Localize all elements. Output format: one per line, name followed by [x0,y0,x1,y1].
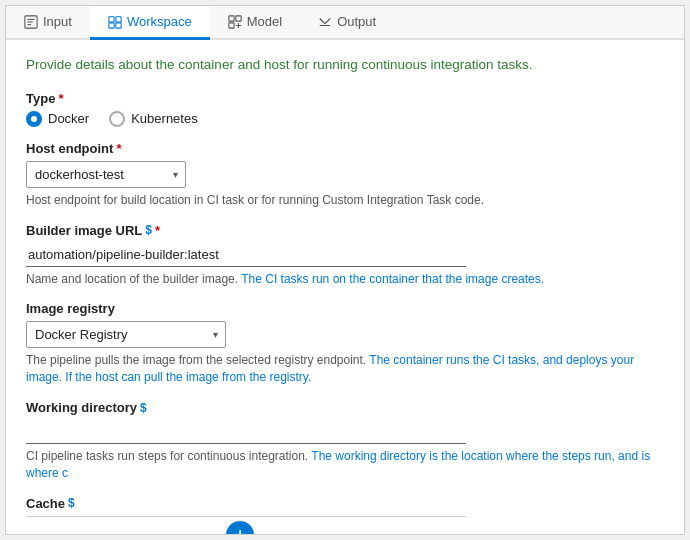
builder-image-field-group: Builder image URL $ * Name and location … [26,223,664,288]
builder-image-dollar: $ [145,223,152,237]
tab-bar: Input Workspace Model [6,6,684,40]
image-registry-dropdown[interactable]: Docker Registry [26,321,226,348]
image-registry-dropdown-container: Docker Registry ▾ [26,321,226,348]
host-endpoint-helper: Host endpoint for build location in CI t… [26,192,664,209]
model-icon [228,15,242,29]
host-endpoint-field-group: Host endpoint * dockerhost-test ▾ Host e… [26,141,664,209]
image-registry-helper: The pipeline pulls the image from the se… [26,352,664,386]
content-area: Provide details about the container and … [6,40,684,534]
workspace-icon [108,15,122,29]
tab-input-label: Input [43,14,72,29]
radio-kubernetes-circle[interactable] [109,111,125,127]
working-directory-label: Working directory $ [26,400,664,415]
host-endpoint-required: * [116,141,121,156]
image-registry-label: Image registry [26,301,664,316]
host-endpoint-dropdown-container: dockerhost-test ▾ [26,161,186,188]
cache-label: Cache $ [26,496,664,511]
svg-rect-6 [109,22,114,27]
type-required: * [58,91,63,106]
svg-rect-10 [229,22,234,27]
add-cache-button[interactable]: + [226,521,254,534]
svg-rect-4 [109,16,114,21]
working-directory-dollar: $ [140,401,147,415]
radio-kubernetes[interactable]: Kubernetes [109,111,198,127]
tab-output-label: Output [337,14,376,29]
type-field-group: Type * Docker Kubernetes [26,91,664,127]
tab-model[interactable]: Model [210,6,300,40]
builder-image-helper: Name and location of the builder image. … [26,271,664,288]
tab-workspace-label: Workspace [127,14,192,29]
input-icon [24,15,38,29]
cache-dollar: $ [68,496,75,510]
working-directory-helper: CI pipeline tasks run steps for continuo… [26,448,664,482]
radio-group: Docker Kubernetes [26,111,664,127]
host-endpoint-label: Host endpoint * [26,141,664,156]
output-icon [318,15,332,29]
tab-output[interactable]: Output [300,6,394,40]
cache-field-group: Cache $ + [26,496,664,534]
svg-rect-9 [236,15,241,20]
host-endpoint-dropdown[interactable]: dockerhost-test [26,161,186,188]
builder-image-input[interactable] [26,243,466,267]
working-directory-input[interactable] [26,420,466,444]
intro-text: Provide details about the container and … [26,56,664,75]
main-window: Input Workspace Model [5,5,685,535]
tab-workspace[interactable]: Workspace [90,6,210,40]
type-label: Type * [26,91,664,106]
radio-kubernetes-label: Kubernetes [131,111,198,126]
builder-image-required: * [155,223,160,238]
svg-rect-7 [116,22,121,27]
svg-rect-8 [229,15,234,20]
svg-rect-5 [116,16,121,21]
builder-image-label: Builder image URL $ * [26,223,664,238]
radio-docker-circle[interactable] [26,111,42,127]
tab-input[interactable]: Input [6,6,90,40]
radio-docker-label: Docker [48,111,89,126]
image-registry-field-group: Image registry Docker Registry ▾ The pip… [26,301,664,386]
tab-model-label: Model [247,14,282,29]
cache-divider [26,516,466,517]
working-directory-field-group: Working directory $ CI pipeline tasks ru… [26,400,664,482]
radio-docker[interactable]: Docker [26,111,89,127]
